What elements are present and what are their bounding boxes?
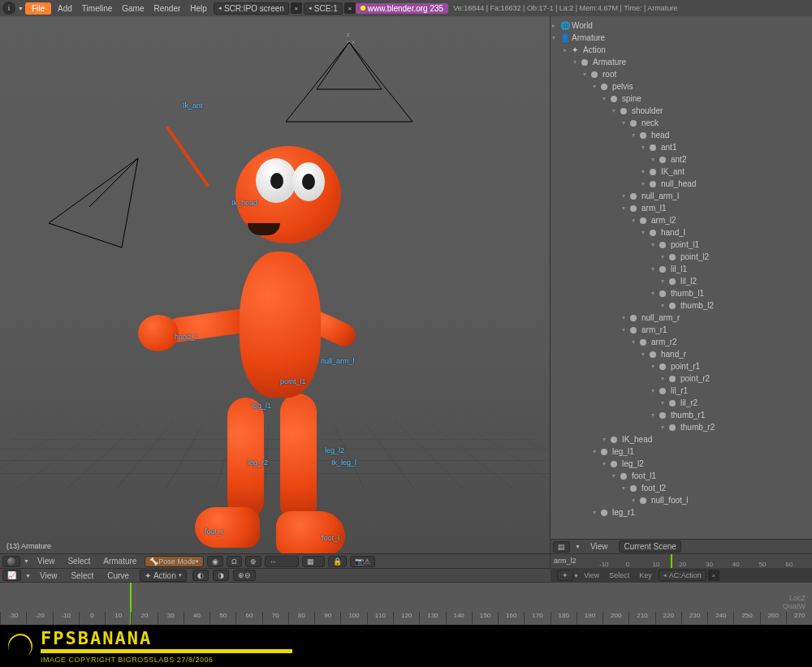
outliner-view-menu[interactable]: View xyxy=(585,540,613,553)
editor-type-icon[interactable]: 📈 xyxy=(2,570,21,581)
dopesheet-strip[interactable]: arm_l2 -100102030405060 xyxy=(551,553,812,568)
timeline-menu[interactable]: Timeline xyxy=(77,2,117,15)
bone-icon xyxy=(630,484,640,493)
game-menu[interactable]: Game xyxy=(117,2,149,15)
tree-bone-item[interactable]: ▾arm_l1 xyxy=(552,202,810,214)
tree-bone-item[interactable]: ▾ant2 xyxy=(552,153,810,166)
tree-bone-item[interactable]: ▾IK_ant xyxy=(552,166,810,178)
tree-bone-item[interactable]: ▾thumb_l2 xyxy=(552,299,810,312)
collapse-icon[interactable]: ▼ xyxy=(25,573,31,579)
outliner-filter[interactable]: Current Scene xyxy=(619,540,680,553)
select-menu[interactable]: Select xyxy=(63,555,95,567)
tree-bone-item[interactable]: ▾hand_r xyxy=(552,348,810,360)
screen-selector[interactable]: ◂SCR:IPO screen xyxy=(214,2,289,15)
channel-locz[interactable]: LocZ xyxy=(783,594,806,602)
action-selector[interactable]: ◂AC:Action xyxy=(659,570,706,581)
bone-icon xyxy=(640,131,650,140)
orientation-icon[interactable]: ⊕ xyxy=(245,556,261,567)
ae-action-selector[interactable]: ✦ Action ▾ xyxy=(140,570,187,582)
shading-solid-icon[interactable]: ◉ xyxy=(207,556,223,567)
channel-quatw[interactable]: QuatW xyxy=(783,602,806,610)
dopesheet-view-menu[interactable]: View xyxy=(579,570,604,581)
render-menu[interactable]: Render xyxy=(149,2,186,15)
collapse-icon[interactable]: ▼ xyxy=(24,558,29,564)
tree-bone-item[interactable]: ▾lil_r2 xyxy=(552,397,810,409)
lock-icon[interactable]: 🔒 xyxy=(328,556,347,567)
url-field[interactable]: www.blender.org 235 xyxy=(356,3,448,14)
tree-bone-item[interactable]: ▾point_r2 xyxy=(552,372,810,385)
scene-selector[interactable]: ◂SCE:1 xyxy=(304,2,343,15)
tree-bone-item[interactable]: ▾head xyxy=(552,129,810,141)
collapse-icon[interactable]: ▼ xyxy=(573,573,579,579)
scene-close-icon[interactable]: × xyxy=(344,2,356,14)
tree-bone-item[interactable]: ▾pelvis xyxy=(552,80,810,93)
layers-icon[interactable]: ▦ xyxy=(302,556,325,567)
tree-label: pelvis xyxy=(612,82,633,91)
dopesheet-select-menu[interactable]: Select xyxy=(604,570,634,581)
collapse-icon[interactable]: ▼ xyxy=(18,6,24,11)
tree-bone-item[interactable]: ▾shoulder xyxy=(552,105,810,117)
view-menu[interactable]: View xyxy=(32,555,60,567)
armature-menu[interactable]: Armature xyxy=(98,555,141,567)
tree-bone-item[interactable]: ▾IK_head xyxy=(552,433,810,445)
tree-bone-item[interactable]: ▾leg_l2 xyxy=(552,458,810,470)
tree-bone-item[interactable]: ▾point_l1 xyxy=(552,239,810,251)
tree-bone-item[interactable]: ▾arm_r2 xyxy=(552,336,810,348)
collapse-icon[interactable]: ▼ xyxy=(575,544,581,549)
add-menu[interactable]: Add xyxy=(53,2,77,15)
ae-view-menu[interactable]: View xyxy=(35,570,63,582)
tree-bone-item[interactable]: ▾leg_l1 xyxy=(552,445,810,458)
timeline-ruler[interactable]: -30-20-100102030405060708090100110120130… xyxy=(0,583,812,625)
viewport-3d[interactable]: z y x Ik_a xyxy=(0,16,550,553)
viewport-type-icon[interactable] xyxy=(2,556,20,567)
screen-close-icon[interactable]: × xyxy=(291,2,302,14)
timeline-tick: 40 xyxy=(732,561,759,568)
tree-bone-item[interactable]: ▾lil_l2 xyxy=(552,275,810,287)
tree-bone-item[interactable]: ▾null_foot_l xyxy=(552,494,810,506)
tree-armature-root[interactable]: ▾👤Armature xyxy=(552,32,810,44)
tree-bone-item[interactable]: ▾thumb_l1 xyxy=(552,287,810,299)
info-icon[interactable]: i xyxy=(2,2,15,15)
tree-bone-item[interactable]: ▾spine xyxy=(552,93,810,105)
tree-bone-item[interactable]: ▾null_arm_l xyxy=(552,190,810,202)
mode-selector[interactable]: 🦴 Pose Mode ▾ xyxy=(145,556,204,567)
tree-bone-item[interactable]: ▾arm_r1 xyxy=(552,324,810,336)
ae-tool-2-icon[interactable]: ◑ xyxy=(213,570,229,581)
tree-bone-item[interactable]: ▾null_head xyxy=(552,178,810,190)
pivot-icon[interactable]: Ω xyxy=(227,556,242,567)
tree-bone-item[interactable]: ▾lil_l1 xyxy=(552,263,810,275)
bone-icon xyxy=(640,338,650,346)
tree-bone-item[interactable]: ▾Armature xyxy=(552,56,810,68)
tree-bone-item[interactable]: ▾lil_r1 xyxy=(552,385,810,397)
outliner-type-icon[interactable]: ▤ xyxy=(553,541,570,553)
tree-world[interactable]: ▸🌐World xyxy=(552,19,810,32)
ae-tool-1-icon[interactable]: ◐ xyxy=(192,570,209,581)
tree-bone-item[interactable]: ▾thumb_r1 xyxy=(552,409,810,421)
manipulator-icon[interactable]: ↔ xyxy=(265,556,299,567)
tree-bone-item[interactable]: ▾neck xyxy=(552,117,810,129)
tree-action[interactable]: ▸✦Action xyxy=(552,44,810,56)
action-close-icon[interactable]: × xyxy=(708,570,719,581)
ae-curve-menu[interactable]: Curve xyxy=(102,570,134,582)
file-menu[interactable]: File xyxy=(25,2,51,15)
tree-bone-item[interactable]: ▾hand_l xyxy=(552,226,810,239)
ae-zoom-icon[interactable]: ⊕⊖ xyxy=(233,570,256,581)
tree-bone-item[interactable]: ▾thumb_r2 xyxy=(552,421,810,433)
tree-bone-item[interactable]: ▾point_r1 xyxy=(552,360,810,372)
tree-bone-item[interactable]: ▾null_arm_r xyxy=(552,312,810,324)
tree-bone-item[interactable]: ▾arm_l2 xyxy=(552,214,810,226)
tree-bone-item[interactable]: ▾leg_r1 xyxy=(552,506,810,519)
dopesheet-type-icon[interactable]: ✦ xyxy=(557,570,573,581)
bone-icon xyxy=(650,229,659,237)
help-menu[interactable]: Help xyxy=(185,2,212,15)
tree-label: leg_l2 xyxy=(622,459,644,468)
tree-bone-item[interactable]: ▾foot_l2 xyxy=(552,482,810,494)
tree-bone-item[interactable]: ▾ant1 xyxy=(552,141,810,153)
render-icon[interactable]: 📷⚠ xyxy=(350,556,375,567)
tree-bone-item[interactable]: ▾point_l2 xyxy=(552,251,810,263)
dopesheet-key-menu[interactable]: Key xyxy=(634,570,657,581)
ae-select-menu[interactable]: Select xyxy=(66,570,98,582)
outliner-tree[interactable]: ▸🌐World ▾👤Armature ▸✦Action ▾Armature▾ro… xyxy=(551,16,812,539)
tree-bone-item[interactable]: ▾root xyxy=(552,68,810,80)
tree-bone-item[interactable]: ▾foot_l1 xyxy=(552,470,810,482)
